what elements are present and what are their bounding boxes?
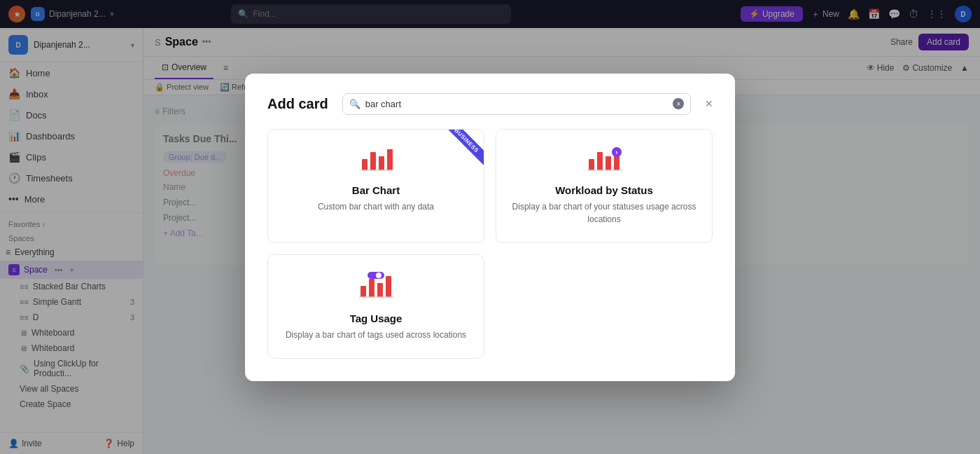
svg-rect-14 xyxy=(377,283,383,297)
search-icon: 🔍 xyxy=(349,99,360,109)
search-clear-button[interactable]: × xyxy=(673,98,684,109)
svg-rect-2 xyxy=(379,156,384,170)
card-grid: BUSINESS Bar Chart Custom bar chart with… xyxy=(267,129,713,359)
card-item-workload[interactable]: › Workload by Status Display a bar chart… xyxy=(496,129,713,243)
add-card-modal: Add card 🔍 × × BUSINESS xyxy=(245,74,735,381)
svg-rect-12 xyxy=(360,286,366,297)
card-name: Workload by Status xyxy=(555,184,653,196)
card-name: Bar Chart xyxy=(352,184,400,196)
card-desc: Display a bar chart of your statuses usa… xyxy=(510,200,698,226)
svg-rect-3 xyxy=(387,149,393,170)
business-badge-wrap: BUSINESS xyxy=(435,130,484,179)
bar-chart-icon xyxy=(359,146,393,174)
svg-point-18 xyxy=(376,273,382,278)
svg-rect-1 xyxy=(370,152,376,170)
card-desc: Custom bar chart with any data xyxy=(318,200,434,213)
svg-rect-13 xyxy=(369,279,374,297)
modal-title: Add card xyxy=(267,96,328,112)
modal-close-button[interactable]: × xyxy=(705,97,713,110)
modal-search-input[interactable] xyxy=(342,93,692,115)
svg-rect-0 xyxy=(362,159,368,170)
business-badge: BUSINESS xyxy=(442,130,484,165)
workload-chart-icon: › xyxy=(586,146,622,174)
modal-header: Add card 🔍 × × xyxy=(267,93,713,115)
svg-rect-15 xyxy=(386,276,391,297)
modal-overlay: Add card 🔍 × × BUSINESS xyxy=(0,0,980,454)
modal-search-wrap: 🔍 × xyxy=(342,93,692,115)
svg-text:›: › xyxy=(615,149,617,156)
svg-rect-7 xyxy=(606,156,611,170)
card-item-bar-chart[interactable]: BUSINESS Bar Chart Custom bar chart with… xyxy=(267,129,484,243)
tag-usage-icon xyxy=(358,272,394,303)
close-label: × xyxy=(705,97,713,111)
card-desc: Display a bar chart of tags used across … xyxy=(286,329,466,341)
svg-rect-5 xyxy=(589,159,594,170)
card-item-tag-usage[interactable]: Tag Usage Display a bar chart of tags us… xyxy=(267,254,484,359)
card-name: Tag Usage xyxy=(350,312,402,324)
svg-rect-6 xyxy=(597,152,603,170)
